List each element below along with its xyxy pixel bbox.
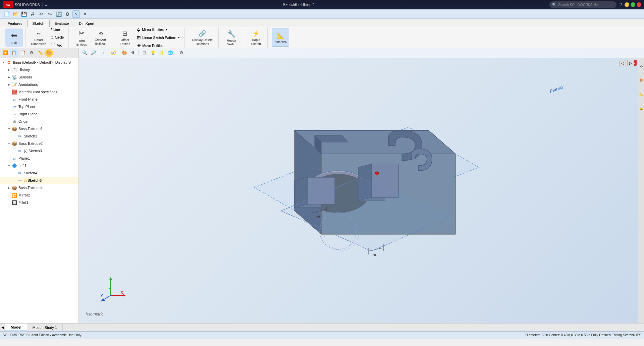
tree-item-boss-extrude1[interactable]: 📦 Boss-Extrude1 — [0, 125, 78, 132]
scroll-left-icon[interactable]: ◀ — [0, 326, 5, 329]
expander-icon — [12, 171, 17, 175]
mirror-entities-button[interactable]: ⬙ Mirror Entities ▾ — [135, 26, 182, 33]
search-box[interactable]: 🔍 Search SOLIDWORKS Help — [549, 1, 616, 8]
tab-model[interactable]: Model — [5, 324, 27, 331]
view-settings-icon[interactable]: ⚙ — [177, 49, 185, 57]
scene-icon[interactable]: 🌐 — [166, 49, 174, 57]
ribbon-group-instant2d: 📐 Instant2D — [269, 27, 292, 48]
tree-item-origin[interactable]: ⊕ Origin — [0, 118, 78, 125]
rapid-sketch-button[interactable]: ⚡ Rapid Sketch — [247, 28, 265, 47]
tree-item-sketch6[interactable]: ✏ ⚠ Sketch6 — [0, 177, 78, 184]
repair-sketch-button[interactable]: 🔧 Repair Sketch — [223, 28, 240, 47]
linear-sketch-pattern-button[interactable]: ⊞ Linear Sketch Pattern ▾ — [135, 34, 182, 41]
viewport[interactable]: 🔍 🔎 ↩ 🧭 🎨 👁 ⊡ 💡 ✨ 🌐 ⚙ — [79, 48, 644, 323]
main-layout: 🔽 📋 📑 ⚙ 📏 🎨 ⚙ thing (Default<<Default>_D… — [0, 48, 644, 323]
tree-item-sketch3[interactable]: ✏ (-) Sketch3 — [0, 147, 78, 155]
trim-entities-button[interactable]: ✂ Trim Entities — [73, 28, 90, 47]
origin-icon: ⊕ — [11, 118, 17, 124]
more-button[interactable]: ▾ — [81, 10, 89, 18]
tree-item-boss-extrude4[interactable]: 📦 Boss-Extrude4 — [0, 184, 78, 191]
display-delete-relations-button[interactable]: 🔗 Display/Delete Relations — [189, 28, 216, 47]
tree-item-top-plane[interactable]: ▱ Top Plane — [0, 103, 78, 110]
tab-features[interactable]: Features — [3, 20, 27, 27]
hide-show-icon[interactable]: 👁 — [129, 49, 137, 57]
dim-xpert-tab[interactable]: 📏 — [36, 49, 44, 57]
exit-sketch-button[interactable]: ⬅ Exit — [5, 28, 23, 47]
right-panel-btn-4[interactable]: 🔒 — [639, 102, 644, 115]
sketch-icon: ✏ — [17, 177, 23, 183]
tree-item-boss-extrude2[interactable]: 📦 Boss-Extrude2 — [0, 140, 78, 147]
right-panel-btn-3[interactable]: 📐 — [639, 88, 644, 101]
right-panel-btn-2[interactable]: 🎨 — [639, 73, 644, 87]
nav-left-icon[interactable]: ◁ — [619, 60, 626, 66]
part-icon: ⚙ — [6, 59, 12, 65]
expander-icon — [7, 193, 11, 197]
expander-icon — [7, 67, 11, 72]
options-button[interactable]: ⚙ — [64, 10, 71, 18]
material-icon: 🧱 — [11, 89, 17, 95]
extrude-icon: 📦 — [11, 185, 17, 191]
rebuild-button[interactable]: 🔄 — [55, 10, 62, 18]
tab-dimxpert[interactable]: DimXpert — [74, 20, 99, 27]
lights-icon[interactable]: 💡 — [149, 49, 157, 57]
tree-item-front-plane[interactable]: ▱ Front Plane — [0, 96, 78, 103]
print-button[interactable]: 🖨 — [29, 10, 36, 18]
offset-entities-button[interactable]: ⊟ Offset Entities — [116, 28, 133, 47]
appearance-icon[interactable]: ✨ — [158, 49, 166, 57]
open-button[interactable]: 📂 — [11, 10, 19, 18]
help-icon[interactable]: ? — [619, 2, 622, 7]
feature-manager-tab[interactable]: 📋 — [10, 49, 18, 57]
line-tool[interactable]: / Line — [49, 26, 66, 33]
tree-item-annotations[interactable]: 📝 Annotations — [0, 81, 78, 88]
convert-entities-button[interactable]: ⟲ Convert Entities — [92, 28, 109, 47]
zoom-fit-icon[interactable]: 🔍 — [81, 49, 89, 57]
instant2d-button[interactable]: 📐 Instant2D — [272, 28, 289, 47]
minimize-button[interactable] — [625, 2, 629, 7]
ribbon-group-trim: ✂ Trim Entities ⟲ Convert Entities — [70, 27, 112, 48]
circle-tool[interactable]: ○ Circle — [49, 34, 66, 41]
previous-view-icon[interactable]: ↩ — [101, 49, 109, 57]
display-manager-tab[interactable]: 🎨 — [45, 49, 53, 57]
search-placeholder: Search SOLIDWORKS Help — [558, 3, 600, 7]
menu-icon[interactable]: ≡ — [45, 2, 47, 7]
tree-item-root[interactable]: ⚙ thing (Default<<Default>_Display S — [0, 59, 78, 66]
ribbon-group-relations: 🔗 Display/Delete Relations — [186, 27, 219, 48]
tree-item-history[interactable]: 📋 History — [0, 66, 78, 73]
display-style-icon[interactable]: 🎨 — [120, 49, 128, 57]
svg-text:SW: SW — [6, 4, 10, 6]
plane-icon: ▱ — [11, 111, 17, 117]
nav-right-icon[interactable]: ▷ — [627, 60, 634, 66]
tree-item-sketch4[interactable]: ✏ Sketch4 — [0, 169, 78, 177]
section-view-icon[interactable]: ⊡ — [140, 49, 148, 57]
plane1-label: Plane1 — [549, 84, 564, 94]
filter-icon[interactable]: 🔽 — [1, 49, 9, 57]
tab-sketch[interactable]: Sketch — [27, 20, 49, 27]
undo-button[interactable]: ↩ — [38, 10, 45, 18]
tree-item-material[interactable]: 🧱 Material <not specified> — [0, 88, 78, 96]
new-button[interactable]: 📄 — [3, 10, 10, 18]
tree-item-sketch1[interactable]: ✏ Sketch1 — [0, 132, 78, 140]
tree-item-right-plane[interactable]: ▱ Right Plane — [0, 110, 78, 118]
tab-motion-study[interactable]: Motion Study 1 — [27, 324, 63, 331]
smart-dimension-button[interactable]: ↔ Smart Dimension — [30, 28, 47, 47]
right-panel-btn-1[interactable]: ⚙ — [639, 59, 644, 73]
nav-arrows: ◁ ▷ — [619, 60, 634, 66]
redo-button[interactable]: ↪ — [46, 10, 54, 18]
right-panel: ⚙ 🎨 📐 🔒 — [638, 58, 644, 323]
tree-item-loft1[interactable]: 🔷 Loft1 — [0, 162, 78, 169]
config-manager-tab[interactable]: ⚙ — [28, 49, 36, 57]
feature-tree: ⚙ thing (Default<<Default>_Display S 📋 H… — [0, 58, 78, 323]
tree-item-plane1[interactable]: ▱ Plane1 — [0, 155, 78, 162]
zoom-area-icon[interactable]: 🔎 — [90, 49, 98, 57]
tree-item-fillet1[interactable]: 🔲 Fillet1 — [0, 199, 78, 206]
select-button[interactable]: ↖ — [72, 10, 80, 18]
view-toolbar: 🔍 🔎 ↩ 🧭 🎨 👁 ⊡ 💡 ✨ 🌐 ⚙ — [79, 48, 644, 58]
save-button[interactable]: 💾 — [20, 10, 28, 18]
plane-icon: ▱ — [11, 96, 17, 102]
close-button[interactable] — [637, 2, 641, 7]
tree-item-mirror2[interactable]: 🔁 Mirror2 — [0, 191, 78, 199]
restore-button[interactable] — [631, 2, 635, 7]
property-manager-tab[interactable]: 📑 — [19, 49, 27, 57]
tree-item-sensors[interactable]: 📡 Sensors — [0, 73, 78, 81]
view-orient-icon[interactable]: 🧭 — [109, 49, 117, 57]
